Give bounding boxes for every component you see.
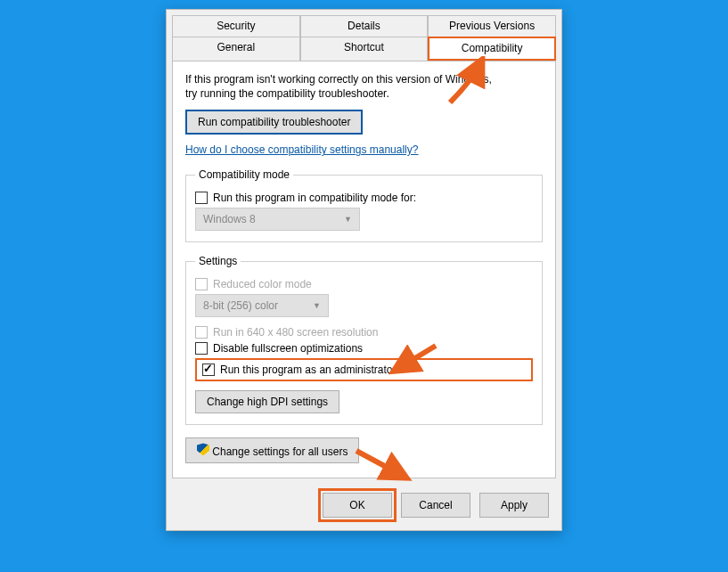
dialog-buttons: OK Cancel Apply: [167, 484, 561, 530]
high-dpi-button[interactable]: Change high DPI settings: [195, 390, 339, 413]
tab-compatibility[interactable]: Compatibility: [428, 37, 556, 61]
low-res-checkbox: [195, 326, 208, 339]
properties-dialog: Security Details Previous Versions Gener…: [166, 9, 562, 531]
run-as-admin-checkbox[interactable]: [202, 364, 215, 376]
intro-text: If this program isn't working correctly …: [185, 72, 543, 101]
compatibility-mode-group: Compatibility mode Run this program in c…: [185, 168, 543, 242]
tab-general[interactable]: General: [172, 37, 300, 61]
tab-details[interactable]: Details: [300, 15, 429, 37]
tab-security[interactable]: Security: [172, 15, 300, 37]
all-users-button[interactable]: Change settings for all users: [185, 437, 359, 463]
settings-group: Settings Reduced color mode 8-bit (256) …: [185, 255, 543, 425]
low-res-label: Run in 640 x 480 screen resolution: [213, 326, 378, 339]
settings-legend: Settings: [195, 255, 241, 267]
compat-mode-value: Windows 8: [203, 213, 256, 225]
color-depth-select: 8-bit (256) color ▼: [195, 294, 329, 317]
compatibility-panel: If this program isn't working correctly …: [172, 61, 556, 478]
chevron-down-icon: ▼: [344, 215, 352, 224]
cancel-button[interactable]: Cancel: [401, 493, 470, 518]
tab-shortcut[interactable]: Shortcut: [300, 37, 429, 61]
compat-mode-select: Windows 8 ▼: [195, 208, 360, 231]
intro-line2: try running the compatibility troublesho…: [185, 87, 389, 100]
compat-mode-label: Run this program in compatibility mode f…: [213, 192, 416, 204]
disable-fullscreen-checkbox[interactable]: [195, 342, 208, 355]
ok-button[interactable]: OK: [323, 493, 392, 518]
reduced-color-label: Reduced color mode: [213, 278, 312, 290]
run-as-admin-label: Run this program as an administrator: [220, 364, 396, 376]
compatibility-mode-legend: Compatibility mode: [195, 168, 293, 181]
tab-strip: Security Details Previous Versions Gener…: [172, 15, 556, 61]
reduced-color-checkbox: [195, 278, 208, 290]
apply-button[interactable]: Apply: [479, 493, 549, 518]
chevron-down-icon: ▼: [313, 301, 321, 310]
disable-fullscreen-label: Disable fullscreen optimizations: [213, 342, 363, 355]
help-link[interactable]: How do I choose compatibility settings m…: [185, 143, 418, 156]
color-depth-value: 8-bit (256) color: [203, 299, 278, 312]
compat-mode-checkbox[interactable]: [195, 192, 208, 204]
all-users-label: Change settings for all users: [212, 445, 348, 458]
intro-line1: If this program isn't working correctly …: [185, 73, 492, 86]
tab-previous-versions[interactable]: Previous Versions: [428, 15, 556, 37]
shield-icon: [197, 443, 209, 455]
run-troubleshooter-button[interactable]: Run compatibility troubleshooter: [185, 110, 363, 135]
